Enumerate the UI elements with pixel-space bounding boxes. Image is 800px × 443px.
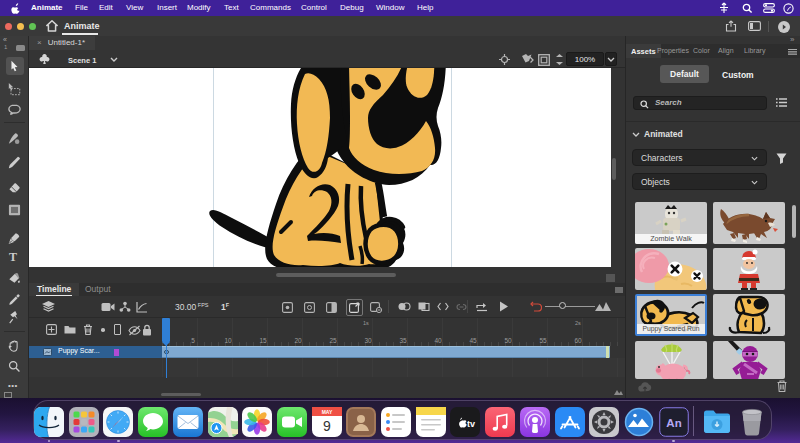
svg-text:9: 9 bbox=[323, 418, 331, 434]
svg-text:tv: tv bbox=[467, 418, 475, 428]
svg-text:An: An bbox=[666, 417, 681, 429]
svg-text:MAY: MAY bbox=[321, 408, 332, 414]
